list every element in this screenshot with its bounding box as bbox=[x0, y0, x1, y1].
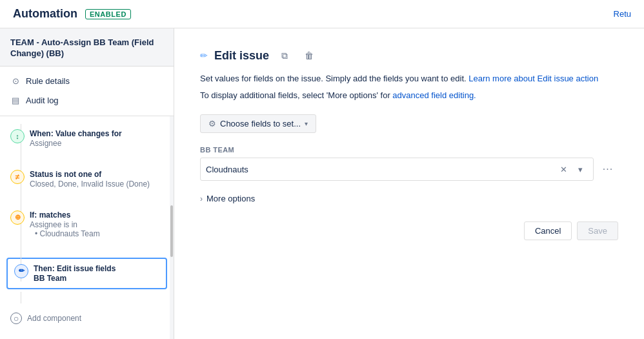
section-title: Edit issue bbox=[214, 49, 269, 63]
condition-sublabel-2: Assignee is in• Cloudnauts Team bbox=[30, 220, 163, 238]
sidebar-item-rule-details[interactable]: ⊙ Rule details bbox=[0, 72, 174, 91]
description-2: To display additional fields, select 'Mo… bbox=[200, 89, 618, 102]
copy-button[interactable]: ⧉ bbox=[276, 46, 294, 65]
condition-item-2[interactable]: ⊕ If: matches Assignee is in• Cloudnauts… bbox=[0, 205, 174, 243]
audit-log-label: Audit log bbox=[26, 96, 59, 105]
condition-label-1: Status is not one of bbox=[30, 170, 163, 179]
app-title: Automation bbox=[13, 7, 77, 21]
add-component[interactable]: ○ Add component bbox=[0, 306, 174, 331]
sidebar-header: TEAM - Auto-Assign BB Team (Field Change… bbox=[0, 28, 174, 67]
top-bar: Automation ENABLED Retu bbox=[0, 0, 644, 28]
field-input[interactable] bbox=[206, 165, 556, 174]
edit-icon: ✏ bbox=[200, 50, 208, 61]
condition-text-1: Status is not one of Closed, Done, Inval… bbox=[30, 170, 163, 189]
action-text: Then: Edit issue fields BB Team bbox=[34, 264, 159, 283]
sidebar-content: ↕ When: Value changes for Assignee ≠ Sta… bbox=[0, 116, 174, 339]
main-layout: TEAM - Auto-Assign BB Team (Field Change… bbox=[0, 28, 644, 339]
condition-label-2: If: matches bbox=[30, 211, 163, 220]
action-buttons: Cancel Save bbox=[200, 221, 618, 240]
more-options-row[interactable]: › More options bbox=[200, 191, 618, 206]
top-bar-left: Automation ENABLED bbox=[13, 7, 131, 21]
gear-icon: ⚙ bbox=[208, 119, 216, 128]
description-1: Set values for fields on the issue. Simp… bbox=[200, 72, 618, 85]
field-input-wrapper: ✕ ▾ bbox=[200, 158, 594, 181]
condition-icon-2: ⊕ bbox=[10, 211, 25, 225]
condition-item-1[interactable]: ≠ Status is not one of Closed, Done, Inv… bbox=[0, 165, 174, 194]
field-more-options-button[interactable]: ··· bbox=[598, 159, 618, 180]
add-component-label: Add component bbox=[27, 314, 81, 323]
sidebar-header-title: TEAM - Auto-Assign BB Team (Field Change… bbox=[10, 37, 163, 59]
clear-field-button[interactable]: ✕ bbox=[556, 161, 571, 177]
advanced-field-link[interactable]: advanced field editing. bbox=[392, 90, 476, 100]
add-component-icon: ○ bbox=[10, 313, 22, 324]
sidebar-nav: ⊙ Rule details ▤ Audit log bbox=[0, 67, 174, 116]
learn-more-link[interactable]: Learn more about Edit issue action bbox=[468, 74, 598, 83]
condition-icon-1: ≠ bbox=[10, 170, 25, 184]
field-row: ✕ ▾ ··· bbox=[200, 158, 618, 181]
action-label: Then: Edit issue fields bbox=[34, 264, 159, 273]
sidebar-scroll-thumb bbox=[170, 205, 173, 257]
field-input-controls: ✕ ▾ bbox=[556, 161, 588, 177]
trigger-text: When: Value changes for Assignee bbox=[30, 129, 163, 148]
return-link[interactable]: Retu bbox=[614, 9, 631, 19]
condition-text-2: If: matches Assignee is in• Cloudnauts T… bbox=[30, 211, 163, 238]
audit-log-icon: ▤ bbox=[10, 96, 21, 106]
trigger-label: When: Value changes for bbox=[30, 129, 163, 138]
trigger-sublabel: Assignee bbox=[30, 139, 163, 148]
sidebar-item-audit-log[interactable]: ▤ Audit log bbox=[0, 91, 174, 110]
field-section-label: BB Team bbox=[200, 146, 618, 154]
trigger-icon: ↕ bbox=[10, 129, 25, 143]
chevron-down-icon: ▾ bbox=[305, 120, 308, 127]
rule-details-icon: ⊙ bbox=[10, 76, 21, 87]
save-button[interactable]: Save bbox=[577, 221, 618, 240]
action-sublabel: BB Team bbox=[34, 274, 159, 283]
section-header: ✏ Edit issue ⧉ 🗑 bbox=[200, 46, 618, 65]
cancel-button[interactable]: Cancel bbox=[524, 221, 572, 240]
choose-fields-label: Choose fields to set... bbox=[220, 119, 301, 128]
rule-details-label: Rule details bbox=[26, 76, 70, 86]
condition-sublabel-1: Closed, Done, Invalid Issue (Done) bbox=[30, 180, 163, 189]
sidebar-scrollbar[interactable] bbox=[170, 116, 174, 339]
dropdown-arrow-button[interactable]: ▾ bbox=[572, 161, 588, 177]
connector-line-4 bbox=[21, 292, 21, 303]
main-content: ✏ Edit issue ⧉ 🗑 Set values for fields o… bbox=[174, 28, 644, 339]
delete-button[interactable]: 🗑 bbox=[300, 46, 318, 65]
action-selected-item[interactable]: ✏ Then: Edit issue fields BB Team bbox=[6, 258, 167, 289]
more-options-label: More options bbox=[206, 194, 255, 203]
action-icon: ✏ bbox=[14, 264, 28, 278]
enabled-badge: ENABLED bbox=[85, 9, 131, 19]
chevron-right-icon: › bbox=[200, 194, 203, 203]
trigger-item[interactable]: ↕ When: Value changes for Assignee bbox=[0, 124, 174, 153]
choose-fields-button[interactable]: ⚙ Choose fields to set... ▾ bbox=[200, 114, 316, 133]
sidebar: TEAM - Auto-Assign BB Team (Field Change… bbox=[0, 28, 174, 339]
